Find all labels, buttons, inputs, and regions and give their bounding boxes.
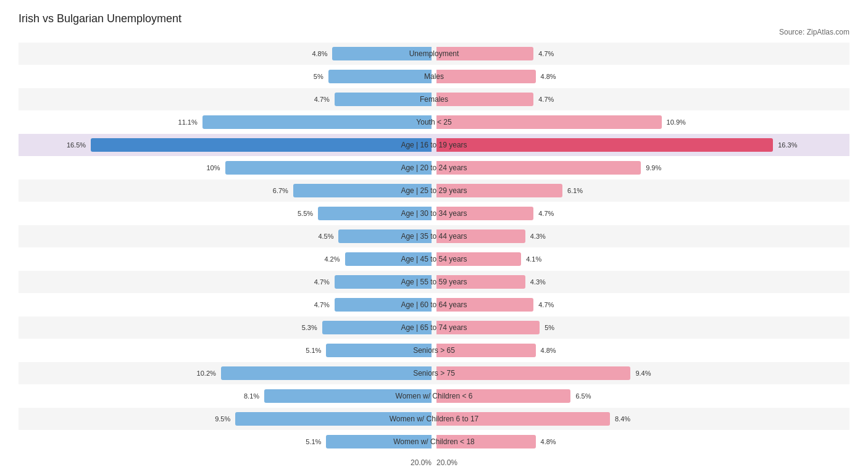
bulgarian-bar: 9.9%	[436, 161, 641, 175]
left-section: 11.1%	[19, 111, 434, 133]
left-section: 4.7%	[19, 271, 434, 293]
bulgarian-value-label: 4.8%	[538, 73, 556, 80]
right-section: 5%	[434, 316, 849, 339]
chart-row: 11.1%Youth < 2510.9%	[19, 111, 849, 133]
right-section: 6.5%	[434, 385, 849, 407]
bulgarian-bar: 4.7%	[436, 47, 533, 60]
bulgarian-value-label: 8.4%	[612, 415, 630, 423]
chart-container: 4.8%Unemployment4.7%5%Males4.8%4.7%Femal…	[19, 43, 849, 453]
bulgarian-value-label: 16.3%	[775, 141, 797, 149]
chart-row: 5.3%Age | 65 to 74 years5%	[19, 316, 849, 339]
bulgarian-value-label: 6.5%	[573, 392, 591, 400]
right-section: 4.8%	[434, 339, 849, 362]
left-section: 4.7%	[19, 88, 434, 110]
irish-value-label: 5.5%	[298, 210, 315, 217]
irish-value-label: 4.8%	[312, 50, 330, 57]
irish-bar: 4.5%	[338, 229, 432, 243]
irish-value-label: 9.5%	[215, 415, 233, 423]
bulgarian-value-label: 4.1%	[524, 255, 541, 263]
chart-row: 8.1%Women w/ Children < 66.5%	[19, 385, 849, 407]
right-section: 9.9%	[434, 157, 849, 179]
irish-value-label: 16.5%	[67, 141, 88, 149]
chart-row: 4.2%Age | 45 to 54 years4.1%	[19, 248, 849, 270]
bulgarian-bar: 6.1%	[436, 184, 562, 197]
bulgarian-bar: 4.3%	[436, 229, 525, 243]
bulgarian-value-label: 5%	[542, 324, 554, 331]
left-section: 5%	[19, 65, 434, 88]
bulgarian-value-label: 4.3%	[528, 278, 546, 286]
bulgarian-bar: 4.8%	[436, 344, 536, 357]
bulgarian-value-label: 4.3%	[528, 233, 546, 240]
left-section: 5.3%	[19, 316, 434, 339]
irish-bar: 9.5%	[235, 412, 432, 426]
left-section: 5.5%	[19, 202, 434, 225]
bulgarian-bar: 4.7%	[436, 93, 533, 106]
bulgarian-value-label: 4.8%	[538, 438, 556, 445]
source-label: Source: ZipAtlas.com	[19, 28, 849, 36]
bulgarian-bar: 4.8%	[436, 70, 536, 83]
right-section: 16.3%	[434, 134, 849, 156]
bulgarian-value-label: 6.1%	[565, 187, 583, 194]
bulgarian-bar: 9.4%	[436, 366, 630, 380]
irish-bar: 8.1%	[264, 389, 432, 403]
bulgarian-value-label: 10.9%	[664, 118, 686, 126]
bulgarian-bar: 6.5%	[436, 389, 570, 403]
page-title: Irish vs Bulgarian Unemployment	[19, 12, 849, 25]
irish-bar: 6.7%	[293, 184, 432, 197]
left-section: 16.5%	[19, 134, 434, 156]
left-section: 10.2%	[19, 362, 434, 384]
irish-value-label: 4.7%	[314, 301, 332, 308]
left-section: 8.1%	[19, 385, 434, 407]
right-section: 6.1%	[434, 180, 849, 202]
right-section: 4.7%	[434, 202, 849, 225]
chart-row: 5%Males4.8%	[19, 65, 849, 88]
right-section: 4.8%	[434, 65, 849, 88]
chart-row: 4.8%Unemployment4.7%	[19, 43, 849, 65]
bulgarian-value-label: 4.8%	[538, 347, 556, 354]
irish-bar: 5.1%	[326, 344, 432, 357]
chart-row: 10.2%Seniors > 759.4%	[19, 362, 849, 384]
bulgarian-bar: 5%	[436, 321, 540, 334]
bulgarian-value-label: 4.7%	[536, 301, 554, 308]
chart-row: 4.7%Age | 55 to 59 years4.3%	[19, 271, 849, 293]
bulgarian-bar: 4.7%	[436, 298, 533, 312]
irish-value-label: 10.2%	[197, 370, 219, 377]
irish-bar: 16.5%	[91, 138, 432, 152]
irish-bar: 5.3%	[322, 321, 432, 334]
irish-bar: 4.7%	[335, 298, 432, 312]
right-section: 9.4%	[434, 362, 849, 384]
bulgarian-bar: 4.7%	[436, 207, 533, 220]
irish-bar: 10%	[225, 161, 432, 175]
irish-value-label: 4.2%	[324, 255, 342, 263]
irish-bar: 4.7%	[335, 93, 432, 106]
bulgarian-bar: 8.4%	[436, 412, 610, 426]
bulgarian-value-label: 9.4%	[633, 370, 651, 377]
right-section: 4.7%	[434, 88, 849, 110]
irish-value-label: 6.7%	[273, 187, 291, 194]
chart-row: 4.5%Age | 35 to 44 years4.3%	[19, 225, 849, 247]
bulgarian-value-label: 4.7%	[536, 50, 554, 57]
chart-row: 10%Age | 20 to 24 years9.9%	[19, 157, 849, 179]
chart-row: 4.7%Age | 60 to 64 years4.7%	[19, 294, 849, 316]
bulgarian-value-label: 4.7%	[536, 210, 554, 217]
chart-row: 6.7%Age | 25 to 29 years6.1%	[19, 180, 849, 202]
bulgarian-bar: 4.1%	[436, 252, 521, 266]
irish-value-label: 4.5%	[318, 233, 336, 240]
irish-bar: 5%	[328, 70, 432, 83]
chart-row: 9.5%Women w/ Children 6 to 178.4%	[19, 408, 849, 430]
irish-value-label: 5.1%	[306, 438, 323, 445]
irish-value-label: 4.7%	[314, 96, 332, 103]
chart-row: 5.5%Age | 30 to 34 years4.7%	[19, 202, 849, 225]
left-section: 5.1%	[19, 431, 434, 453]
irish-value-label: 8.1%	[244, 392, 262, 400]
left-section: 6.7%	[19, 180, 434, 202]
right-section: 4.3%	[434, 225, 849, 247]
left-section: 4.2%	[19, 248, 434, 270]
right-section: 4.1%	[434, 248, 849, 270]
irish-bar: 4.2%	[345, 252, 432, 266]
chart-row: 5.1%Seniors > 654.8%	[19, 339, 849, 362]
irish-bar: 5.5%	[318, 207, 432, 220]
irish-value-label: 5.3%	[302, 324, 320, 331]
axis-right-label: 20.0%	[434, 458, 849, 467]
right-section: 4.7%	[434, 294, 849, 316]
